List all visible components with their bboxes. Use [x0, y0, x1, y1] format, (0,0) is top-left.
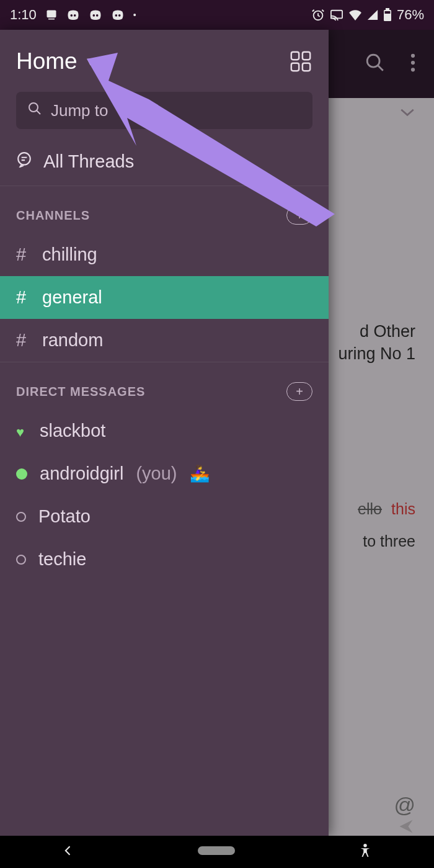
channels-section-header[interactable]: CHANNELS + — [0, 186, 329, 233]
svg-point-21 — [29, 103, 38, 112]
svg-rect-18 — [303, 52, 310, 60]
channel-item-random[interactable]: # random — [0, 319, 329, 362]
dm-name: Potato — [38, 506, 91, 527]
presence-offline-icon — [16, 555, 26, 565]
threads-icon — [16, 151, 32, 172]
svg-point-6 — [115, 14, 117, 17]
dm-item-potato[interactable]: Potato — [0, 495, 329, 538]
add-channel-button[interactable]: + — [286, 206, 312, 225]
dm-item-androidgirl[interactable]: androidgirl (you) 🚣‍♀️ — [0, 452, 329, 495]
svg-rect-17 — [291, 52, 299, 60]
svg-rect-1 — [48, 19, 55, 20]
android-nav-bar — [0, 836, 434, 868]
svg-rect-0 — [46, 11, 56, 18]
workspace-drawer: Home ▼ Jump to All Threads CHANNELS + # … — [0, 30, 329, 836]
home-pill[interactable] — [198, 846, 235, 857]
add-dm-button[interactable]: + — [286, 382, 312, 401]
rowing-emoji: 🚣‍♀️ — [190, 464, 210, 483]
hash-icon: # — [16, 287, 30, 308]
dm-name: slackbot — [40, 421, 105, 441]
status-right: 76% — [311, 7, 424, 23]
svg-point-13 — [367, 55, 379, 67]
dms-section-header[interactable]: DIRECT MESSAGES + — [0, 362, 329, 409]
battery-percent: 76% — [397, 7, 424, 23]
jump-to-search[interactable]: Jump to — [16, 92, 312, 129]
all-threads-row[interactable]: All Threads — [0, 138, 329, 186]
channel-name: chilling — [42, 244, 97, 265]
android-status-bar: 1:10 • 76% — [0, 0, 434, 30]
mention-icon[interactable]: @ — [394, 793, 415, 817]
more-notifications-dot: • — [133, 10, 136, 20]
message-code-fragment: to three — [363, 532, 415, 550]
wifi-icon — [348, 9, 362, 20]
discord-icon — [111, 9, 125, 20]
workspace-name: Home — [16, 48, 78, 74]
svg-rect-9 — [331, 11, 342, 19]
drawer-header: Home ▼ — [0, 30, 329, 88]
presence-online-icon — [16, 468, 27, 480]
workspace-grid-icon[interactable] — [289, 50, 312, 73]
dms-label: DIRECT MESSAGES — [16, 385, 145, 399]
hash-icon: # — [16, 330, 30, 351]
overflow-menu-icon[interactable] — [410, 53, 415, 74]
svg-point-4 — [92, 14, 95, 17]
dm-item-slackbot[interactable]: ♥ slackbot — [0, 409, 329, 452]
presence-offline-icon — [16, 512, 26, 522]
compose-toolbar: @ — [394, 793, 415, 817]
accessibility-icon[interactable] — [358, 843, 372, 861]
svg-point-22 — [18, 153, 30, 164]
search-icon[interactable] — [365, 52, 386, 76]
you-tag: (you) — [136, 463, 177, 484]
channels-label: CHANNELS — [16, 208, 90, 223]
svg-point-15 — [411, 61, 415, 65]
threads-label: All Threads — [43, 151, 134, 172]
svg-point-14 — [411, 54, 415, 58]
heart-icon: ♥ — [16, 426, 27, 437]
channel-name: general — [42, 287, 102, 308]
svg-point-3 — [74, 14, 76, 17]
workspace-switcher[interactable]: Home ▼ — [16, 48, 96, 74]
battery-icon — [383, 8, 392, 22]
caret-down-icon: ▼ — [85, 55, 96, 68]
dm-name: techie — [38, 549, 86, 570]
svg-rect-23 — [198, 846, 235, 855]
discord-icon — [89, 9, 102, 20]
dm-name: androidgirl — [40, 463, 123, 484]
svg-point-5 — [96, 14, 99, 17]
svg-rect-19 — [291, 63, 299, 71]
signal-icon — [367, 9, 378, 20]
cast-icon — [330, 9, 343, 21]
channel-name: random — [42, 330, 103, 351]
alarm-icon — [311, 8, 325, 22]
message-text-fragment: d Other uring No 1 — [338, 320, 415, 365]
back-button[interactable] — [62, 844, 74, 859]
svg-rect-20 — [303, 63, 310, 71]
search-placeholder: Jump to — [51, 101, 108, 120]
svg-point-7 — [118, 14, 121, 17]
status-left: 1:10 • — [10, 7, 136, 23]
svg-rect-11 — [386, 8, 389, 10]
svg-point-2 — [70, 14, 73, 17]
notification-icon — [45, 9, 58, 21]
hash-icon: # — [16, 244, 30, 265]
status-time: 1:10 — [10, 7, 37, 23]
channel-item-general[interactable]: # general — [0, 276, 329, 319]
discord-icon — [66, 9, 80, 20]
channel-item-chilling[interactable]: # chilling — [0, 233, 329, 276]
svg-point-24 — [364, 844, 368, 848]
svg-rect-12 — [384, 11, 390, 14]
search-icon — [27, 101, 42, 120]
dm-item-techie[interactable]: techie — [0, 538, 329, 581]
message-code-fragment: ello this — [358, 500, 415, 518]
svg-point-16 — [411, 68, 415, 71]
